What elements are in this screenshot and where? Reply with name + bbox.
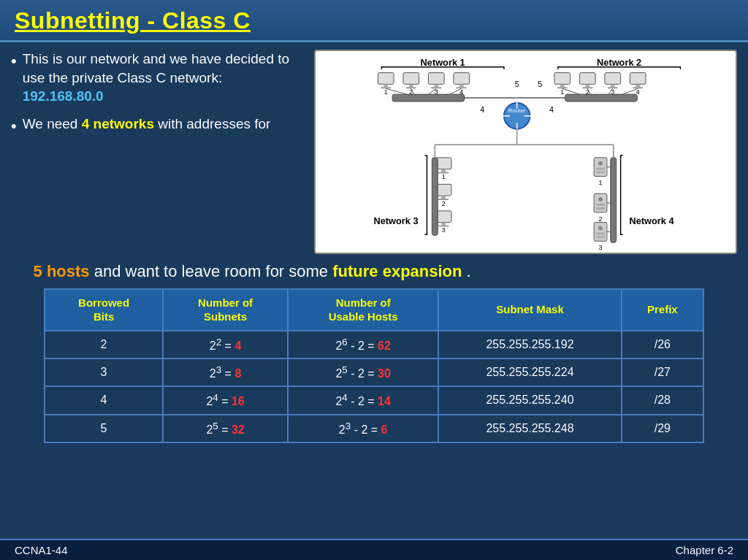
bottom-text-middle: and want to leave room for some [94,262,333,280]
col-header-hosts: Number ofUsable Hosts [288,289,438,331]
hosts-highlight: 5 hosts [34,262,90,280]
svg-text:1: 1 [384,88,388,96]
svg-rect-17 [392,94,465,101]
cell-borrowed: 2 [45,331,163,358]
bullet-dot-1: • [11,50,17,72]
cell-mask: 255.255.255.224 [438,358,621,386]
cell-mask: 255.255.255.192 [438,331,621,358]
footer-left: CCNA1-44 [15,544,68,556]
table-row: 5 25 = 32 23 - 2 = 6 255.255.255.248 /29 [45,415,703,442]
network-svg: Network 1 Network 2 1 2 [316,51,736,253]
cell-mask: 255.255.255.248 [438,415,621,442]
cell-subnets: 24 = 16 [163,386,288,414]
svg-text:3: 3 [442,226,446,234]
svg-rect-9 [428,73,444,85]
svg-rect-24 [554,73,570,85]
bottom-text: 5 hosts and want to leave room for some … [0,258,748,288]
bullet-item-2: • We need 4 networks with addresses for [11,115,303,137]
svg-rect-89 [611,158,617,242]
svg-rect-82 [596,207,605,210]
cell-borrowed: 5 [45,415,163,442]
cell-borrowed: 3 [45,358,163,386]
svg-text:2: 2 [599,215,603,223]
cell-hosts: 26 - 2 = 62 [288,331,438,358]
svg-rect-81 [596,204,605,206]
svg-rect-5 [403,73,419,85]
table-header-row: BorrowedBits Number ofSubnets Number ofU… [45,289,703,331]
svg-text:5: 5 [538,80,542,88]
cell-borrowed: 4 [45,386,163,414]
bullet-dot-2: • [11,115,17,137]
bullet-item-1: • This is our network and we have decide… [11,50,303,106]
svg-point-85 [598,226,603,231]
cell-hosts: 23 - 2 = 6 [288,415,438,442]
network-count: 4 networks [82,116,154,131]
svg-rect-36 [630,73,646,85]
table-row: 3 23 = 8 25 - 2 = 30 255.255.255.224 /27 [45,358,703,386]
svg-text:4: 4 [549,105,554,114]
table-section: BorrowedBits Number ofSubnets Number ofU… [0,288,748,447]
svg-point-75 [598,161,603,166]
ip-address: 192.168.80.0 [23,88,104,104]
svg-text:1: 1 [442,173,446,180]
svg-text:2: 2 [442,200,446,207]
svg-rect-57 [441,169,446,172]
cell-prefix: /26 [622,331,703,358]
col-header-mask: Subnet Mask [438,289,621,331]
svg-rect-32 [605,73,621,85]
cell-hosts: 24 - 2 = 14 [288,386,438,414]
network1-label: Network 1 [421,57,465,68]
svg-rect-25 [560,84,565,87]
footer-right: Chapter 6-2 [676,544,733,556]
svg-rect-33 [611,84,615,87]
header: Subnetting - Class C [0,0,748,42]
svg-rect-65 [441,223,446,226]
svg-rect-13 [454,73,470,85]
col-header-prefix: Prefix [622,289,703,331]
cell-mask: 255.255.255.240 [438,386,621,414]
bottom-text-end: . [467,262,471,280]
svg-point-80 [598,197,603,202]
svg-text:4: 4 [480,105,484,114]
network4-label: Network 4 [629,215,674,226]
col-header-borrowed: BorrowedBits [45,289,163,331]
table-row: 2 22 = 4 26 - 2 = 62 255.255.255.192 /26 [45,331,703,358]
bullet-text-2: We need 4 networks with addresses for [23,115,271,134]
cell-subnets: 23 = 8 [163,358,288,386]
footer: CCNA1-44 Chapter 6-2 [0,539,748,560]
cell-subnets: 25 = 32 [163,415,288,442]
table-row: 4 24 = 16 24 - 2 = 14 255.255.255.240 /2… [45,386,703,414]
svg-rect-29 [585,84,589,87]
svg-text:1: 1 [560,88,564,96]
cell-hosts: 25 - 2 = 30 [288,358,438,386]
cell-prefix: /28 [622,386,703,414]
left-panel: • This is our network and we have decide… [11,50,303,254]
network2-label: Network 2 [597,57,641,68]
svg-rect-14 [459,84,464,87]
svg-rect-87 [596,236,605,238]
cell-subnets: 22 = 4 [163,331,288,358]
svg-rect-76 [596,168,605,170]
svg-rect-6 [409,84,413,87]
svg-rect-2 [383,84,388,87]
svg-rect-77 [596,172,605,174]
svg-rect-40 [565,94,638,101]
svg-rect-10 [434,84,438,87]
network-diagram: Network 1 Network 2 1 2 [314,50,737,254]
svg-text:3: 3 [599,244,603,251]
svg-rect-37 [636,84,640,87]
svg-rect-68 [432,158,438,235]
svg-text:5: 5 [515,80,519,88]
expansion-highlight: future expansion [332,262,462,280]
bullet-list: • This is our network and we have decide… [11,50,303,137]
col-header-subnets: Number ofSubnets [163,289,288,331]
svg-rect-79 [594,193,607,212]
subnet-table: BorrowedBits Number ofSubnets Number ofU… [44,288,704,443]
cell-prefix: /27 [622,358,703,386]
network3-label: Network 3 [373,215,418,226]
bullet-text-1: This is our network and we have decided … [23,50,303,106]
cell-prefix: /29 [622,415,703,442]
svg-rect-86 [596,232,605,234]
svg-text:1: 1 [599,179,603,186]
svg-rect-84 [594,223,607,242]
